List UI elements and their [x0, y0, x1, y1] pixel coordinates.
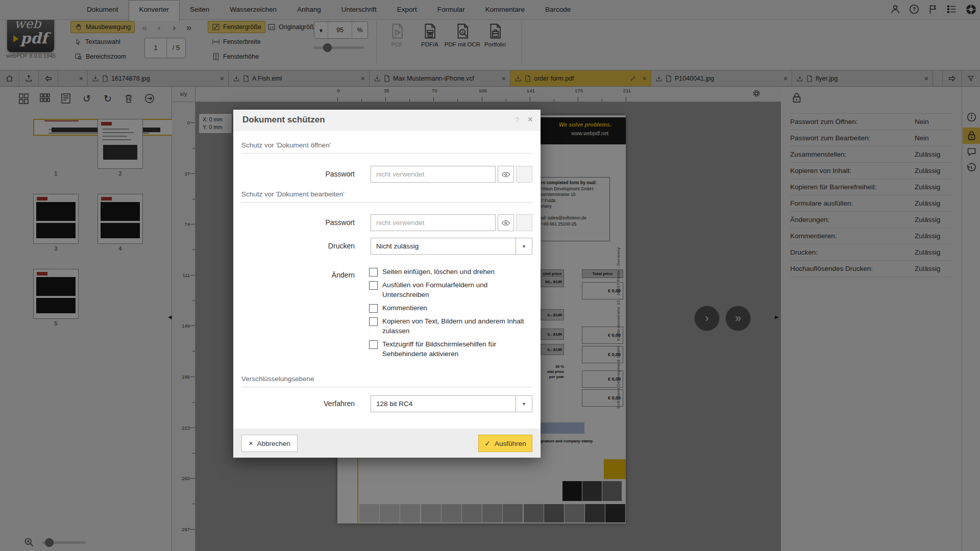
- password-open-label: Passwort: [241, 166, 355, 183]
- change-label: Ändern: [241, 267, 355, 284]
- password-open-input[interactable]: [371, 166, 496, 183]
- checkbox-icon[interactable]: [369, 268, 378, 277]
- checkbox-icon[interactable]: [369, 340, 378, 349]
- checkbox-label: Textzugriff für Bildschirmlesehilfen für…: [382, 339, 533, 359]
- dialog-title: Dokument schützen: [242, 115, 325, 125]
- section-protect-edit: Schutz vor 'Dokument bearbeiten': [241, 190, 532, 203]
- confirm-button[interactable]: ✓ Ausführen: [478, 435, 532, 452]
- cancel-x-icon: ×: [249, 439, 253, 447]
- dialog-header: Dokument schützen ? ×: [233, 110, 541, 131]
- checkbox-label: Seiten einfügen, löschen und drehen: [382, 267, 533, 277]
- dialog-footer: × Abbrechen ✓ Ausführen: [233, 429, 541, 458]
- print-select-arrow[interactable]: ▾: [516, 238, 532, 255]
- password-edit-label: Passwort: [241, 214, 355, 231]
- permission-checkbox-row[interactable]: Kopieren von Text, Bildern und anderem I…: [369, 316, 537, 336]
- checkbox-icon[interactable]: [369, 281, 378, 290]
- print-select[interactable]: Nicht zulässig: [371, 238, 516, 255]
- checkbox-label: Kopieren von Text, Bildern und anderem I…: [382, 316, 533, 336]
- cancel-button[interactable]: × Abbrechen: [241, 435, 298, 452]
- show-password-open-button[interactable]: [498, 166, 514, 183]
- dialog-close-icon[interactable]: ×: [527, 114, 533, 125]
- webpdf-app: DokumentKonverterSeitenWasserzeichenAnha…: [0, 0, 980, 551]
- password-open-disabled-box: [516, 166, 532, 183]
- dialog-help-icon[interactable]: ?: [515, 115, 519, 124]
- permission-checkbox-row[interactable]: Textzugriff für Bildschirmlesehilfen für…: [369, 339, 537, 359]
- permission-checkbox-row[interactable]: Ausfüllen von Formularfeldern und Unters…: [369, 280, 537, 299]
- method-select-arrow[interactable]: ▾: [516, 395, 532, 412]
- checkbox-icon[interactable]: [369, 304, 378, 313]
- checkbox-icon[interactable]: [369, 317, 378, 326]
- method-select[interactable]: 128 bit RC4: [371, 395, 516, 412]
- checkbox-label: Kommentieren: [382, 303, 533, 313]
- show-password-edit-button[interactable]: [498, 214, 514, 231]
- change-permission-checkboxes: Seiten einfügen, löschen und drehenAusfü…: [369, 267, 537, 362]
- section-encryption: Verschlüsselungsebene: [241, 375, 532, 387]
- print-label: Drucken: [241, 238, 355, 255]
- method-label: Verfahren: [241, 395, 355, 412]
- section-protect-open: Schutz vor 'Dokument öffnen': [241, 141, 532, 154]
- checkbox-label: Ausfüllen von Formularfeldern und Unters…: [382, 280, 533, 299]
- password-edit-input[interactable]: [371, 214, 496, 231]
- protect-document-dialog: Dokument schützen ? × Schutz vor 'Dokume…: [233, 110, 541, 458]
- permission-checkbox-row[interactable]: Kommentieren: [369, 303, 537, 313]
- password-edit-disabled-box: [516, 214, 532, 231]
- confirm-check-icon: ✓: [484, 439, 491, 447]
- permission-checkbox-row[interactable]: Seiten einfügen, löschen und drehen: [369, 267, 537, 277]
